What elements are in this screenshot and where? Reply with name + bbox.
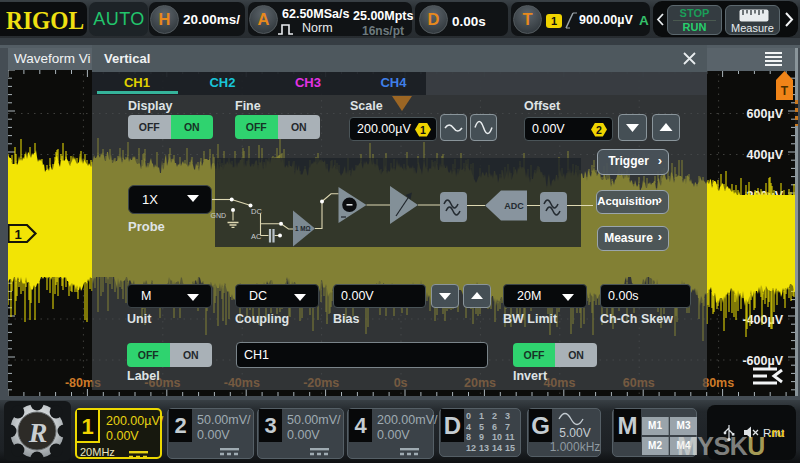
- svg-text:R: R: [28, 417, 48, 448]
- svg-text:-400µV: -400µV: [742, 313, 783, 327]
- svg-text:600µV: 600µV: [747, 107, 784, 121]
- svg-text:1: 1: [14, 227, 21, 242]
- svg-text:400µV: 400µV: [747, 148, 784, 162]
- svg-text:RIGOL: RIGOL: [6, 8, 84, 34]
- svg-text:T: T: [781, 84, 789, 98]
- svg-text:-600µV: -600µV: [742, 354, 783, 368]
- svg-text:80ms: 80ms: [702, 376, 734, 390]
